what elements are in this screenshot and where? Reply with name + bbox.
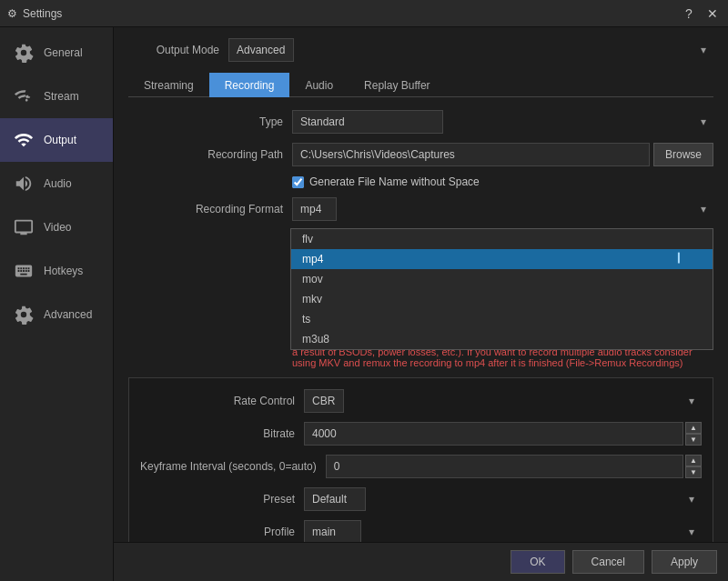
generate-filename-label: Generate File Name without Space xyxy=(309,175,480,188)
preset-wrapper: Default ultrafast superfast veryfast fas… xyxy=(304,487,702,511)
tab-audio[interactable]: Audio xyxy=(289,73,349,97)
titlebar-right: ? ✕ xyxy=(681,6,721,21)
bitrate-field-wrapper: ▲ ▼ xyxy=(304,422,702,446)
tabs-container: Streaming Recording Audio Replay Buffer xyxy=(128,73,713,97)
format-option-m3u8[interactable]: m3u8 xyxy=(291,329,713,349)
type-select[interactable]: Standard Custom FFmpeg Recording xyxy=(292,110,443,134)
advanced-label: Advanced xyxy=(44,308,92,321)
rate-control-select[interactable]: CBR VBR ABR CRF xyxy=(304,389,344,413)
recording-format-select[interactable]: mp4 flv mov mkv ts m3u8 xyxy=(292,197,337,221)
bottom-bar: OK Cancel Apply xyxy=(114,542,728,581)
keyframe-down-button[interactable]: ▼ xyxy=(685,466,702,478)
format-option-mkv[interactable]: mkv xyxy=(291,289,713,309)
help-button[interactable]: ? xyxy=(681,6,697,21)
keyframe-up-button[interactable]: ▲ xyxy=(685,455,702,466)
settings-icon: ⚙ xyxy=(7,7,17,20)
stream-icon xyxy=(11,84,36,109)
apply-button[interactable]: Apply xyxy=(652,550,717,574)
browse-button[interactable]: Browse xyxy=(653,143,713,166)
main-container: General Stream Output A xyxy=(0,27,728,581)
type-select-wrapper: Standard Custom FFmpeg Recording xyxy=(292,110,713,134)
bitrate-spinners: ▲ ▼ xyxy=(685,422,702,446)
tab-replay-buffer[interactable]: Replay Buffer xyxy=(349,73,446,97)
encoder-settings-box: Rate Control CBR VBR ABR CRF Bitrate ▲ xyxy=(128,377,713,565)
hotkeys-label: Hotkeys xyxy=(44,265,83,277)
keyframe-field-wrapper: ▲ ▼ xyxy=(326,455,702,478)
generate-filename-checkbox[interactable] xyxy=(292,176,304,188)
rate-control-wrapper: CBR VBR ABR CRF xyxy=(304,389,702,413)
output-mode-select[interactable]: Advanced Simple xyxy=(228,38,294,62)
rate-control-label: Rate Control xyxy=(140,395,295,407)
recording-format-wrapper: mp4 flv mov mkv ts m3u8 xyxy=(292,197,713,221)
cursor-indicator: ▎ xyxy=(678,253,685,263)
titlebar-left: ⚙ Settings xyxy=(7,7,62,20)
video-label: Video xyxy=(44,221,71,234)
type-row: Type Standard Custom FFmpeg Recording xyxy=(128,110,713,134)
sidebar-item-video[interactable]: Video xyxy=(0,205,113,249)
profile-label: Profile xyxy=(140,526,295,538)
audio-icon xyxy=(11,171,36,196)
keyframe-input[interactable] xyxy=(326,455,683,478)
keyframe-label: Keyframe Interval (seconds, 0=auto) xyxy=(140,460,317,473)
ok-button[interactable]: OK xyxy=(511,550,564,574)
bitrate-up-button[interactable]: ▲ xyxy=(685,422,702,434)
profile-select[interactable]: main baseline high xyxy=(304,520,361,544)
preset-select[interactable]: Default ultrafast superfast veryfast fas… xyxy=(304,487,366,511)
content-area: Output Mode Advanced Simple Streaming Re… xyxy=(114,27,728,581)
output-icon xyxy=(11,127,36,153)
sidebar-item-hotkeys[interactable]: Hotkeys xyxy=(0,249,113,293)
format-dropdown-list: flv mp4 ▎ mov mkv ts m3u8 xyxy=(290,228,713,350)
output-mode-row: Output Mode Advanced Simple xyxy=(128,38,713,62)
keyframe-row: Keyframe Interval (seconds, 0=auto) ▲ ▼ xyxy=(140,455,702,478)
cancel-button[interactable]: Cancel xyxy=(572,550,644,574)
format-option-mov[interactable]: mov xyxy=(291,269,713,289)
general-icon xyxy=(11,40,36,65)
profile-wrapper: main baseline high xyxy=(304,520,702,544)
format-option-ts[interactable]: ts xyxy=(291,309,713,329)
bitrate-row: Bitrate ▲ ▼ xyxy=(140,422,702,446)
sidebar-item-stream[interactable]: Stream xyxy=(0,75,113,118)
bitrate-down-button[interactable]: ▼ xyxy=(685,434,702,446)
recording-path-field-wrapper: Browse xyxy=(292,143,713,166)
rate-control-row: Rate Control CBR VBR ABR CRF xyxy=(140,389,702,413)
output-mode-label: Output Mode xyxy=(128,44,219,56)
recording-path-label: Recording Path xyxy=(128,148,283,161)
sidebar-item-audio[interactable]: Audio xyxy=(0,162,113,205)
bitrate-input[interactable] xyxy=(304,422,683,446)
sidebar-item-general[interactable]: General xyxy=(0,31,113,75)
generate-filename-row: Generate File Name without Space xyxy=(128,175,713,188)
sidebar: General Stream Output A xyxy=(0,27,114,581)
type-label: Type xyxy=(128,115,283,128)
tab-recording[interactable]: Recording xyxy=(209,73,290,97)
titlebar: ⚙ Settings ? ✕ xyxy=(0,0,728,27)
preset-label: Preset xyxy=(140,493,295,506)
output-mode-wrapper: Advanced Simple xyxy=(228,38,713,62)
sidebar-item-output[interactable]: Output xyxy=(0,118,113,162)
output-label: Output xyxy=(44,134,76,146)
video-icon xyxy=(11,215,36,240)
format-option-mp4[interactable]: mp4 ▎ xyxy=(291,249,713,269)
recording-path-input[interactable] xyxy=(292,143,650,166)
general-label: General xyxy=(44,46,83,59)
recording-format-row: Recording Format mp4 flv mov mkv ts m3u8 xyxy=(128,197,713,221)
audio-label: Audio xyxy=(44,177,72,190)
sidebar-item-advanced[interactable]: Advanced xyxy=(0,293,113,336)
recording-path-row: Recording Path Browse xyxy=(128,143,713,166)
titlebar-title: Settings xyxy=(23,7,62,20)
recording-format-label: Recording Format xyxy=(128,203,283,215)
bitrate-label: Bitrate xyxy=(140,427,295,440)
profile-row: Profile main baseline high xyxy=(140,520,702,544)
tab-streaming[interactable]: Streaming xyxy=(128,73,209,97)
close-button[interactable]: ✕ xyxy=(704,6,721,21)
format-option-flv[interactable]: flv xyxy=(291,229,713,249)
hotkeys-icon xyxy=(11,258,36,284)
advanced-icon xyxy=(11,302,36,327)
stream-label: Stream xyxy=(44,90,79,103)
keyframe-spinners: ▲ ▼ xyxy=(685,455,702,478)
preset-row: Preset Default ultrafast superfast veryf… xyxy=(140,487,702,511)
